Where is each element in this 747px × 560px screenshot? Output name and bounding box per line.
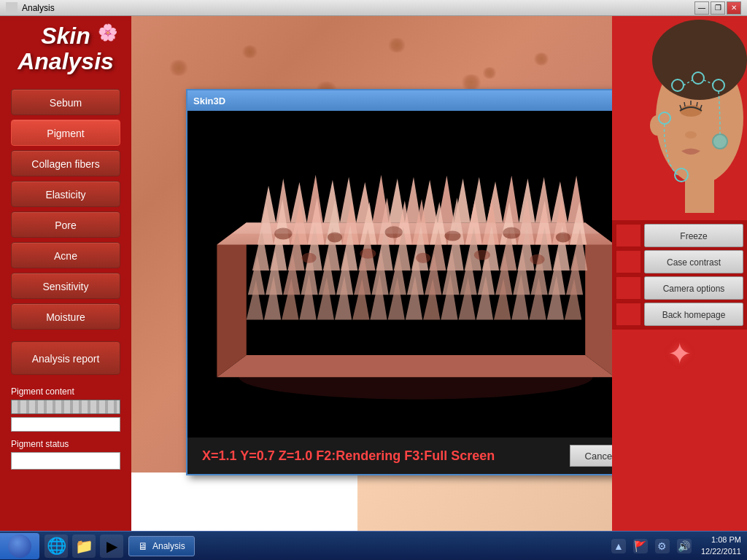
svg-point-109 xyxy=(360,249,376,259)
svg-point-116 xyxy=(652,20,747,100)
svg-point-111 xyxy=(474,250,490,260)
camera-options-red-block xyxy=(616,276,641,300)
main-content: Skin3D ✕ xyxy=(131,16,612,560)
moisture-button[interactable]: Moisture xyxy=(11,303,120,330)
svg-point-112 xyxy=(530,254,545,265)
svg-line-120 xyxy=(684,102,685,106)
pigment-button[interactable]: Pigment xyxy=(11,120,120,146)
speaker-icon[interactable]: 🔊 xyxy=(677,539,692,553)
sidebar: 🌸 Skin Analysis Sebum Pigment Collagen f… xyxy=(0,16,131,560)
svg-point-110 xyxy=(416,253,430,263)
pore-button[interactable]: Pore xyxy=(11,211,120,238)
svg-point-125 xyxy=(650,115,665,136)
cancel-button[interactable]: Cancel xyxy=(570,445,612,467)
folder-icon[interactable]: 📁 xyxy=(72,534,96,558)
svg-point-107 xyxy=(556,232,570,242)
svg-point-132 xyxy=(713,134,727,149)
dialog-3d-content xyxy=(187,111,612,438)
svg-point-103 xyxy=(328,232,342,242)
title-bar: Analysis — ❐ ✕ xyxy=(0,0,747,16)
start-orb-icon xyxy=(8,534,31,558)
right-buttons-area: Freeze Case contrast Camera options Back… xyxy=(612,220,747,330)
settings-tray-icon[interactable]: ⚙ xyxy=(655,539,670,553)
freeze-button[interactable]: Freeze xyxy=(644,224,743,247)
svg-point-108 xyxy=(302,253,317,263)
sensitivity-button[interactable]: Sensitivity xyxy=(11,273,120,299)
flag-icon[interactable]: 🚩 xyxy=(633,539,648,553)
ie-icon[interactable]: 🌐 xyxy=(44,534,68,558)
close-button[interactable]: ✕ xyxy=(727,1,741,15)
star-decoration: ✦ xyxy=(667,337,692,370)
dialog-titlebar: Skin3D ✕ xyxy=(187,90,612,111)
svg-marker-113 xyxy=(232,222,600,233)
dialog-overlay: Skin3D ✕ xyxy=(131,16,612,560)
system-tray: ▲ 🚩 ⚙ 🔊 1:08 PM 12/22/2011 xyxy=(603,532,747,560)
sebum-button[interactable]: Sebum xyxy=(11,89,120,115)
media-icon[interactable]: ▶ xyxy=(100,534,123,558)
case-contrast-button[interactable]: Case contrast xyxy=(644,250,743,273)
start-button[interactable] xyxy=(0,533,39,559)
title-bar-title: Analysis xyxy=(22,3,694,13)
case-contrast-row: Case contrast xyxy=(616,250,743,273)
camera-options-button[interactable]: Camera options xyxy=(644,276,743,300)
back-homepage-button[interactable]: Back homepage xyxy=(644,303,743,326)
dialog-statusbar: X=1.1 Y=0.7 Z=1.0 F2:Rendering F3:Full S… xyxy=(187,438,612,474)
pigment-content-label: Pigment content xyxy=(11,386,74,397)
svg-line-122 xyxy=(697,102,697,106)
pigment-status-input[interactable] xyxy=(11,452,120,470)
status-coordinates: X=1.1 Y=0.7 Z=1.0 F2:Rendering F3:Full S… xyxy=(202,448,495,464)
maximize-button[interactable]: ❐ xyxy=(711,1,725,15)
minimize-button[interactable]: — xyxy=(694,1,709,15)
pigment-progress-empty xyxy=(11,417,120,432)
back-homepage-row: Back homepage xyxy=(616,303,743,326)
svg-marker-3 xyxy=(217,222,246,377)
window-controls: — ❐ ✕ xyxy=(694,1,741,15)
app-area: 🌸 Skin Analysis Sebum Pigment Collagen f… xyxy=(0,16,747,560)
date-text: 12/22/2011 xyxy=(701,546,741,557)
network-icon[interactable]: ▲ xyxy=(611,539,626,553)
camera-options-row: Camera options xyxy=(616,276,743,300)
app-icon xyxy=(6,2,18,14)
face-area xyxy=(612,16,747,220)
back-homepage-red-block xyxy=(616,303,641,326)
svg-rect-117 xyxy=(685,169,714,213)
dialog-title: Skin3D xyxy=(193,96,225,106)
analysis-report-button[interactable]: Analysis report xyxy=(11,341,120,375)
logo: 🌸 Skin Analysis xyxy=(18,23,114,74)
clock-display: 1:08 PM 12/22/2011 xyxy=(701,534,741,557)
elasticity-button[interactable]: Elasticity xyxy=(11,181,120,207)
right-bottom: ✦ xyxy=(612,330,747,560)
freeze-row: Freeze xyxy=(616,224,743,247)
progress-fill xyxy=(12,400,120,413)
pigment-progress-filled xyxy=(11,400,120,414)
pigment-status-label: Pigment status xyxy=(11,439,69,449)
skin3d-dialog: Skin3D ✕ xyxy=(186,89,612,475)
case-contrast-red-block xyxy=(616,250,641,273)
freeze-red-block xyxy=(616,224,641,247)
svg-point-124 xyxy=(685,131,697,139)
skin3d-svg xyxy=(187,111,612,438)
collagen-button[interactable]: Collagen fibers xyxy=(11,150,120,176)
face-svg xyxy=(612,16,747,220)
acne-button[interactable]: Acne xyxy=(11,242,120,268)
svg-marker-4 xyxy=(585,222,612,377)
right-panel: Freeze Case contrast Camera options Back… xyxy=(612,16,747,560)
svg-marker-2 xyxy=(217,355,612,377)
time-text: 1:08 PM xyxy=(701,534,741,545)
